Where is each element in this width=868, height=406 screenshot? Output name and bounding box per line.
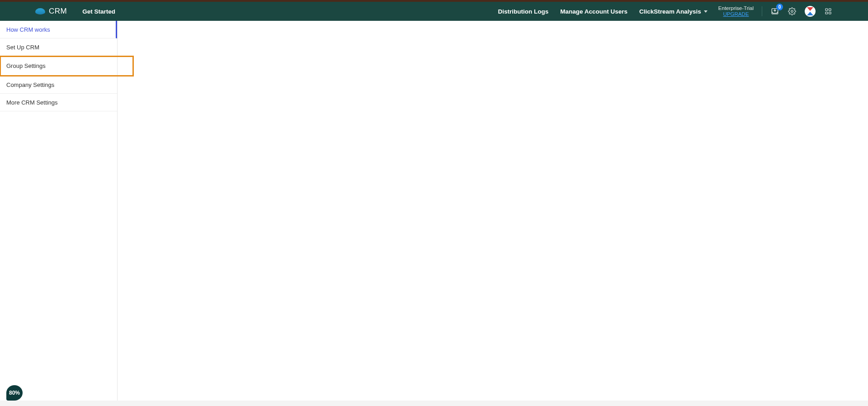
main-content [118,21,868,401]
progress-value: 80% [9,390,20,396]
svg-rect-2 [829,9,831,11]
nav-label: Manage Account Users [560,8,627,15]
chevron-down-icon [704,10,708,13]
brand[interactable]: CRM [35,7,67,16]
header-icon-group: 0 [770,6,833,17]
inbox-badge: 0 [776,4,783,10]
bottom-scroll-strip [0,401,868,406]
sidebar-item-company-settings[interactable]: Company Settings [0,76,117,94]
body: How CRM works Set Up CRM Group Settings … [0,21,868,401]
setup-progress-bubble[interactable]: 80% [6,385,23,401]
header-divider [762,6,762,16]
svg-rect-3 [826,12,828,14]
sidebar-item-label: Set Up CRM [6,44,39,51]
nav-distribution-logs[interactable]: Distribution Logs [498,8,548,15]
gear-icon [788,7,796,15]
nav-clickstream-analysis[interactable]: ClickStream Analysis [639,8,708,15]
page-title[interactable]: Get Started [82,8,115,15]
sidebar-item-more-crm-settings[interactable]: More CRM Settings [0,94,117,111]
apps-grid-icon [824,7,832,15]
user-avatar[interactable] [805,6,816,17]
nav-manage-account-users[interactable]: Manage Account Users [560,8,627,15]
sidebar-item-set-up-crm[interactable]: Set Up CRM [0,38,117,56]
sidebar: How CRM works Set Up CRM Group Settings … [0,21,118,401]
nav-label: ClickStream Analysis [639,8,701,15]
app-header: CRM Get Started Distribution Logs Manage… [0,2,868,21]
nav-label: Distribution Logs [498,8,548,15]
sidebar-item-label: Group Settings [6,62,46,69]
upgrade-link[interactable]: UPGRADE [718,11,754,17]
svg-point-0 [791,10,793,13]
brand-logo-icon [35,8,45,14]
sidebar-item-label: How CRM works [6,26,50,33]
sidebar-item-label: More CRM Settings [6,99,57,106]
sidebar-item-group-settings[interactable]: Group Settings [0,56,133,76]
trial-plan: Enterprise-Trial [718,5,754,11]
svg-rect-1 [826,9,828,11]
brand-name: CRM [49,7,67,16]
settings-button[interactable] [788,7,797,16]
primary-nav: Distribution Logs Manage Account Users C… [498,8,707,15]
sidebar-item-label: Company Settings [6,81,54,88]
trial-info: Enterprise-Trial UPGRADE [718,5,754,17]
inbox-button[interactable]: 0 [770,7,779,16]
svg-rect-4 [829,12,831,14]
sidebar-item-how-crm-works[interactable]: How CRM works [0,21,117,38]
apps-grid-button[interactable] [824,7,833,16]
